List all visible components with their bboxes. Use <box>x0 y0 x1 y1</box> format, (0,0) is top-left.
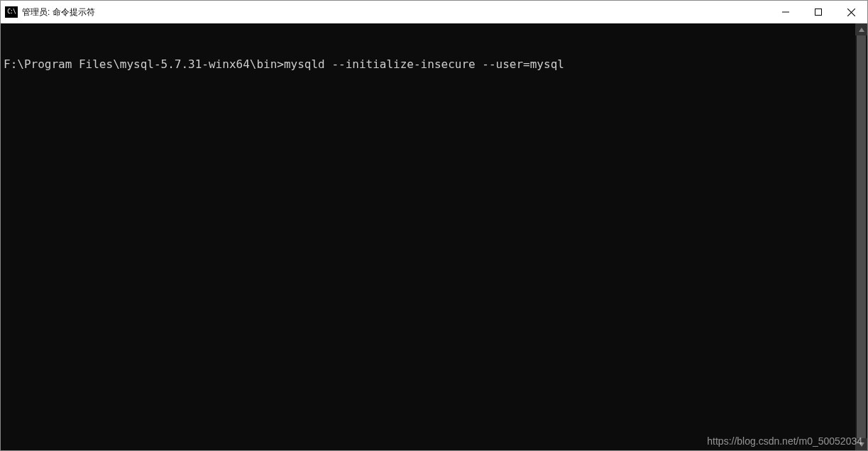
scroll-down-button[interactable] <box>855 438 867 450</box>
terminal-output[interactable]: F:\Program Files\mysql-5.7.31-winx64\bin… <box>1 23 855 450</box>
scroll-track[interactable] <box>855 35 867 438</box>
window-controls <box>769 1 867 23</box>
cmd-icon-text: C:\ <box>7 9 15 15</box>
command-text: mysqld --initialize-insecure --user=mysq… <box>284 57 564 71</box>
command-prompt-window: C:\ 管理员: 命令提示符 F:\Program Files\mysql-5.… <box>0 0 868 451</box>
cmd-icon: C:\ <box>5 6 18 18</box>
terminal-line: F:\Program Files\mysql-5.7.31-winx64\bin… <box>4 57 855 72</box>
terminal-area: F:\Program Files\mysql-5.7.31-winx64\bin… <box>1 23 867 450</box>
svg-marker-5 <box>859 442 864 447</box>
maximize-button[interactable] <box>802 1 835 23</box>
chevron-down-icon <box>859 442 864 447</box>
svg-rect-1 <box>815 9 822 16</box>
maximize-icon <box>815 9 822 16</box>
vertical-scrollbar[interactable] <box>855 23 867 450</box>
scroll-up-button[interactable] <box>855 23 867 35</box>
minimize-icon <box>782 9 789 16</box>
window-title: 管理员: 命令提示符 <box>22 6 769 18</box>
close-icon <box>847 9 855 16</box>
svg-marker-4 <box>859 28 864 32</box>
close-button[interactable] <box>835 1 867 23</box>
chevron-up-icon <box>859 28 864 32</box>
minimize-button[interactable] <box>769 1 802 23</box>
titlebar[interactable]: C:\ 管理员: 命令提示符 <box>1 1 867 23</box>
scroll-thumb[interactable] <box>857 35 866 438</box>
prompt-text: F:\Program Files\mysql-5.7.31-winx64\bin… <box>4 57 284 71</box>
